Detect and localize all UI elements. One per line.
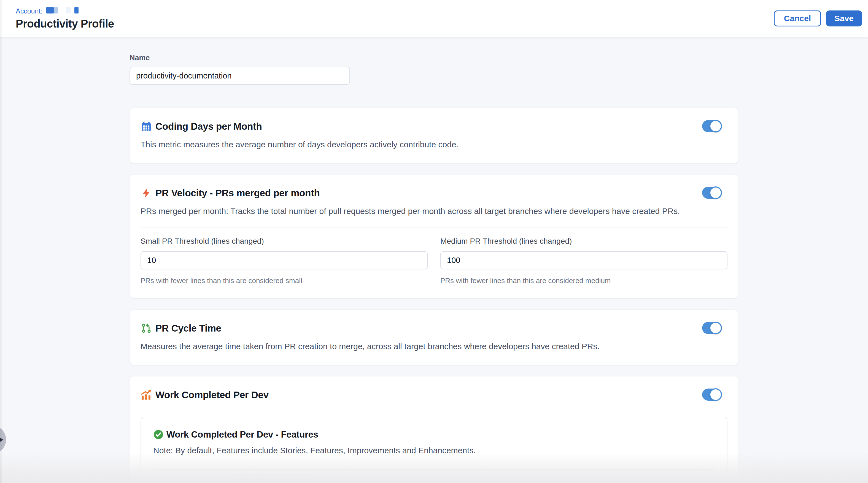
card-description: This metric measures the average number … <box>141 139 727 150</box>
git-pull-request-icon <box>141 322 152 334</box>
medium-pr-threshold-input[interactable] <box>440 251 727 269</box>
card-pr-cycle-time: PR Cycle Time Measures the average time … <box>129 310 739 365</box>
main-content: Name Coding Days per Month This metric m… <box>129 54 739 483</box>
toggle-knob <box>709 322 722 334</box>
card-head: Work Completed Per Dev <box>141 389 727 401</box>
issue-type-select[interactable]: Issue Type <box>226 479 317 483</box>
redacted-account-name <box>45 7 79 15</box>
toggle-knob <box>709 186 722 199</box>
name-label: Name <box>129 54 739 62</box>
toggle-knob <box>709 120 722 132</box>
redaction-block <box>74 7 79 13</box>
card-head: Coding Days per Month <box>141 121 727 132</box>
toggle-knob <box>709 388 722 401</box>
card-pr-velocity: PR Velocity - PRs merged per month PRs m… <box>129 174 739 298</box>
small-pr-threshold-group: Small PR Threshold (lines changed) PRs w… <box>141 227 428 285</box>
zap-icon <box>141 187 152 199</box>
medium-pr-threshold-group: Medium PR Threshold (lines changed) PRs … <box>440 227 727 285</box>
small-pr-threshold-input[interactable] <box>141 251 428 269</box>
card-title: Coding Days per Month <box>155 121 262 132</box>
pr-velocity-toggle[interactable] <box>702 187 721 199</box>
subcard-head: Work Completed Per Dev - Features <box>153 429 715 440</box>
subcard-note: Note: By default, Features include Stori… <box>153 446 715 455</box>
page-title: Productivity Profile <box>16 18 862 30</box>
page-header: Account: Productivity Profile Cancel Sav… <box>0 0 868 37</box>
card-head: PR Cycle Time <box>141 322 727 334</box>
redaction-block <box>46 7 54 13</box>
header-actions: Cancel Save <box>774 10 862 26</box>
threshold-fields: Small PR Threshold (lines changed) PRs w… <box>141 227 727 285</box>
small-pr-threshold-helper: PRs with fewer lines than this are consi… <box>141 277 428 285</box>
chart-increasing-icon <box>141 389 152 401</box>
name-input[interactable] <box>129 67 350 85</box>
pr-cycle-time-toggle[interactable] <box>702 322 721 334</box>
small-pr-threshold-label: Small PR Threshold (lines changed) <box>141 237 428 246</box>
breadcrumb: Account: <box>16 7 862 15</box>
work-completed-toggle[interactable] <box>702 389 721 401</box>
card-coding-days: Coding Days per Month This metric measur… <box>129 108 739 163</box>
cancel-button[interactable]: Cancel <box>774 10 821 26</box>
card-title: Work Completed Per Dev <box>155 389 269 400</box>
card-work-completed: Work Completed Per Dev Work Completed Pe… <box>129 377 739 483</box>
issue-type-row: Select Issue Type Issue Type <box>153 479 715 483</box>
coding-days-toggle[interactable] <box>702 120 721 132</box>
subcard-title: Work Completed Per Dev - Features <box>166 429 318 440</box>
redaction-block <box>66 7 70 13</box>
card-title: PR Velocity - PRs merged per month <box>155 188 320 198</box>
card-head: PR Velocity - PRs merged per month <box>141 187 727 199</box>
calendar-icon <box>141 121 152 132</box>
left-edge <box>0 0 2 483</box>
check-circle-icon <box>153 429 164 440</box>
divider <box>153 469 715 470</box>
medium-pr-threshold-label: Medium PR Threshold (lines changed) <box>440 237 727 246</box>
card-description: PRs merged per month: Tracks the total n… <box>141 206 727 217</box>
subcard-features: Work Completed Per Dev - Features Note: … <box>141 417 727 483</box>
save-button[interactable]: Save <box>826 10 862 26</box>
redaction-block <box>54 7 58 13</box>
card-title: PR Cycle Time <box>155 323 221 334</box>
account-label[interactable]: Account: <box>16 7 42 15</box>
card-description: Measures the average time taken from PR … <box>141 341 727 352</box>
medium-pr-threshold-helper: PRs with fewer lines than this are consi… <box>440 277 727 285</box>
